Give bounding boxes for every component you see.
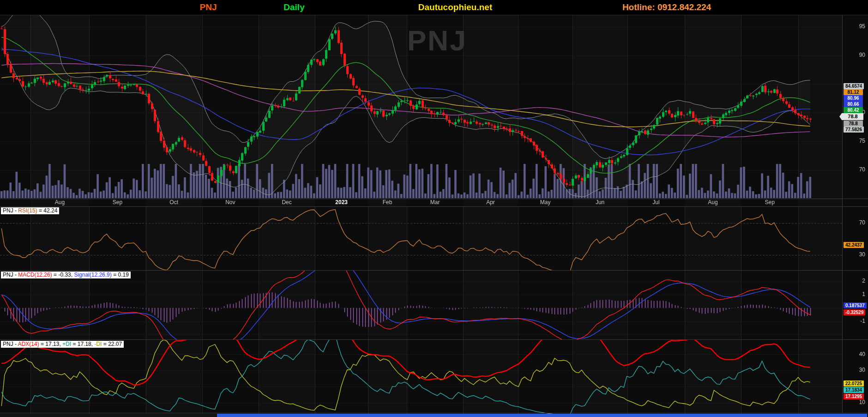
price-axis-badge: 78.8 [844,121,863,127]
timeframe-label: Daily [283,0,304,15]
rsi-panel-title: PNJ - RSI(15) = 42.24 [1,207,59,214]
scrollbar-thumb[interactable] [217,414,867,417]
price-axis-badge: 80.66 [844,101,863,107]
adx-value-badge: 22.0725 [844,381,864,387]
adx-panel-title: PNJ - ADX(14) = 17.13, +DI = 17.18, -DI … [1,341,124,348]
price-axis-badge: 80.42 [844,107,863,113]
macd-value-badge: -0.32529 [844,309,865,315]
website-label: Dautucophieu.net [418,0,492,15]
hotline-label: Hotline: 0912.842.224 [622,0,711,15]
price-axis-badge: 84.6574 [844,83,864,89]
price-axis-badge: 81.12 [844,89,863,95]
macd-value-badge: 0.187537 [844,302,867,308]
macd-panel-title: PNJ - MACD(12,26) = -0.33, Signal(12,26,… [1,272,131,278]
watermark: PNJ [407,24,467,57]
horizontal-scrollbar[interactable] [0,414,868,417]
adx-value-badge: 17.1834 [844,387,864,393]
rsi-value-badge: 42.2437 [844,242,864,248]
trading-chart-app: PNJ Daily Dautucophieu.net Hotline: 0912… [0,0,868,417]
price-current-badge: 78.8 [839,113,863,120]
price-chart-canvas[interactable] [0,15,868,414]
adx-value-badge: 17.1295 [844,393,864,399]
title-bar: PNJ Daily Dautucophieu.net Hotline: 0912… [0,0,868,15]
price-axis-badge: 77.5826 [844,127,864,133]
price-axis-badge: 80.96 [844,95,863,101]
symbol-label: PNJ [200,0,217,15]
